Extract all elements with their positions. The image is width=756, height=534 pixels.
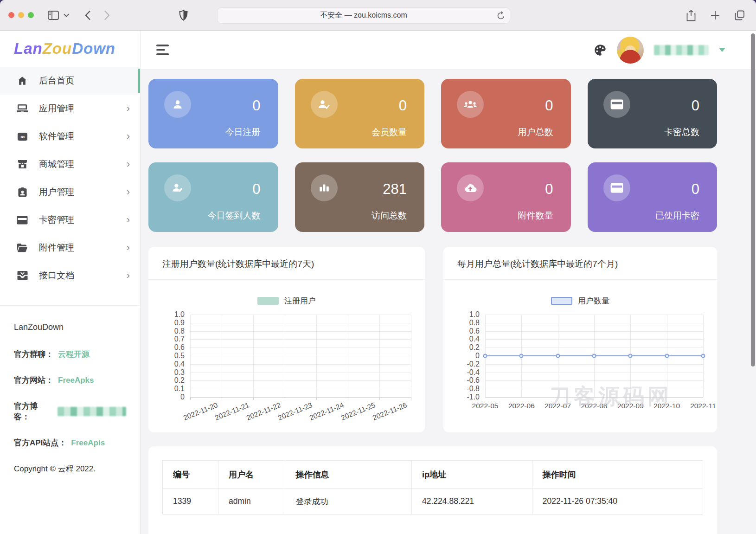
user-check-icon — [311, 91, 338, 118]
stat-value: 0 — [692, 181, 699, 198]
svg-text:∞: ∞ — [20, 133, 25, 140]
forward-button[interactable] — [102, 8, 112, 22]
legend-label: 注册用户 — [284, 296, 316, 306]
sidebar-item-app-management[interactable]: 应用管理 › — [0, 95, 140, 122]
sidebar-menu: 后台首页 应用管理 › ∞ 软件管理 › — [0, 67, 140, 290]
menu-toggle-button[interactable] — [154, 42, 172, 58]
user-badge-icon — [17, 187, 28, 198]
stat-value: 0 — [545, 97, 553, 114]
sidebar-item-api-docs[interactable]: 接口文档 › — [0, 262, 140, 290]
footer-link-api-site[interactable]: FreeApis — [71, 438, 105, 448]
chevron-right-icon: › — [127, 243, 130, 253]
app-logo[interactable]: LanZouDown — [14, 40, 115, 58]
stat-card-member-count: 0 会员数量 — [295, 79, 425, 148]
stat-card-used-card-keys: 0 已使用卡密 — [588, 162, 718, 232]
browser-window: 不安全 — zou.koicms.com — [0, 0, 756, 534]
stat-label: 用户总数 — [457, 126, 553, 138]
share-icon[interactable] — [685, 8, 698, 23]
folder-icon — [17, 242, 28, 253]
stat-label: 今日注册 — [164, 126, 261, 138]
computer-icon — [17, 103, 28, 114]
sidebar-item-label: 应用管理 — [39, 103, 74, 115]
new-tab-icon[interactable] — [709, 9, 722, 22]
sidebar-item-label: 后台首页 — [39, 75, 74, 87]
stat-label: 访问总数 — [311, 210, 407, 222]
sidebar-item-label: 用户管理 — [39, 186, 74, 198]
tab-group-chevron-icon[interactable] — [62, 12, 71, 19]
stat-card-attachment-count: 0 附件数量 — [441, 162, 571, 232]
chevron-right-icon: › — [127, 215, 130, 225]
users-group-icon — [457, 91, 484, 118]
shield-icon[interactable] — [179, 10, 188, 21]
cloud-upload-icon — [457, 174, 484, 201]
chevron-right-icon: › — [127, 103, 130, 114]
table-row: 1339 admin 登录成功 42.224.88.221 2022-11-26… — [163, 489, 703, 515]
chevron-right-icon: › — [127, 131, 130, 142]
close-window-button[interactable] — [8, 12, 14, 18]
footer-label: 官方API站点： — [14, 437, 66, 448]
sidebar-item-attachment-management[interactable]: 附件管理 › — [0, 234, 140, 262]
home-icon — [17, 75, 28, 86]
copyright-text: Copyright © 云程 2022. — [14, 463, 126, 474]
stat-value: 0 — [545, 181, 553, 198]
sidebar-item-card-key-management[interactable]: 卡密管理 › — [0, 206, 140, 234]
sidebar-item-label: 附件管理 — [39, 242, 74, 254]
avatar[interactable] — [617, 37, 644, 64]
activity-log-card: 编号 用户名 操作信息 ip地址 操作时间 1339 admin — [148, 446, 717, 534]
stat-value: 0 — [399, 97, 407, 114]
chevron-right-icon: › — [127, 159, 130, 169]
column-header-username: 用户名 — [218, 461, 285, 489]
minimize-window-button[interactable] — [18, 12, 24, 18]
address-bar[interactable]: 不安全 — zou.koicms.com — [217, 7, 510, 24]
footer-link-group-chat[interactable]: 云程开源 — [58, 349, 90, 360]
sidebar-item-mall-management[interactable]: G 商城管理 › — [0, 150, 140, 178]
charts-row: 注册用户数量(统计数据库中最近的7天) 注册用户 1.00.90.80.70.6… — [148, 247, 717, 432]
sidebar-toggle-icon[interactable] — [46, 9, 61, 22]
theme-palette-icon[interactable] — [594, 44, 607, 57]
zoom-window-button[interactable] — [28, 12, 34, 18]
stat-label: 附件数量 — [457, 210, 553, 222]
svg-text:G: G — [21, 164, 24, 167]
column-header-ip: ip地址 — [412, 461, 532, 489]
reload-icon[interactable] — [497, 11, 505, 20]
chart-legend[interactable]: 注册用户 — [162, 296, 411, 306]
stat-value: 0 — [252, 181, 260, 198]
user-edit-icon — [164, 174, 191, 201]
chart-card-monthly-users: 每月用户总量(统计数据库中最近的7个月) 用户数量 1.00.80.60.40.… — [443, 247, 717, 432]
sidebar-item-dashboard[interactable]: 后台首页 — [0, 67, 140, 95]
sidebar-item-label: 软件管理 — [39, 130, 74, 142]
storefront-icon: G — [17, 159, 28, 170]
chevron-down-icon[interactable] — [719, 48, 725, 52]
chevron-right-icon: › — [127, 270, 130, 281]
stat-card-visit-total: 281 访问总数 — [295, 162, 425, 232]
stat-cards-grid: 0 今日注册 0 会员数量 — [148, 79, 717, 232]
sidebar-item-software-management[interactable]: ∞ 软件管理 › — [0, 122, 140, 150]
stat-label: 卡密总数 — [603, 126, 700, 138]
inbox-icon — [17, 270, 28, 281]
stat-card-user-total: 0 用户总数 — [441, 79, 571, 148]
footer-label: 官方博客： — [14, 401, 53, 422]
chart-legend[interactable]: 用户数量 — [457, 296, 703, 306]
credit-card-icon — [603, 174, 630, 201]
sidebar-item-label: 接口文档 — [39, 270, 74, 282]
tab-overview-icon[interactable] — [733, 8, 747, 22]
x-axis-labels: 2022-052022-062022-072022-082022-092022-… — [485, 397, 703, 425]
footer-label: 官方群聊： — [14, 349, 53, 360]
footer-link-website[interactable]: FreeApks — [58, 376, 94, 385]
footer-link-blog-redacted[interactable] — [58, 407, 126, 416]
stat-value: 0 — [692, 97, 699, 114]
page-scrollbar-thumb[interactable] — [751, 33, 755, 367]
browser-toolbar: 不安全 — zou.koicms.com — [0, 0, 756, 31]
legend-label: 用户数量 — [578, 296, 609, 306]
stat-label: 已使用卡密 — [603, 210, 700, 222]
x-axis-labels: 2022-11-202022-11-212022-11-222022-11-23… — [190, 397, 411, 425]
user-icon — [164, 91, 191, 118]
cell-id: 1339 — [163, 489, 218, 515]
stat-label: 会员数量 — [311, 126, 407, 138]
cell-username: admin — [218, 489, 285, 515]
back-button[interactable] — [83, 8, 93, 22]
username-redacted[interactable] — [654, 45, 709, 55]
line-chart-plot: 1.00.80.60.40.20-0.2-0.4-0.6-0.8-1.0 — [485, 315, 703, 397]
dashboard-content: 0 今日注册 0 会员数量 — [141, 70, 756, 534]
sidebar-item-user-management[interactable]: 用户管理 › — [0, 178, 140, 206]
